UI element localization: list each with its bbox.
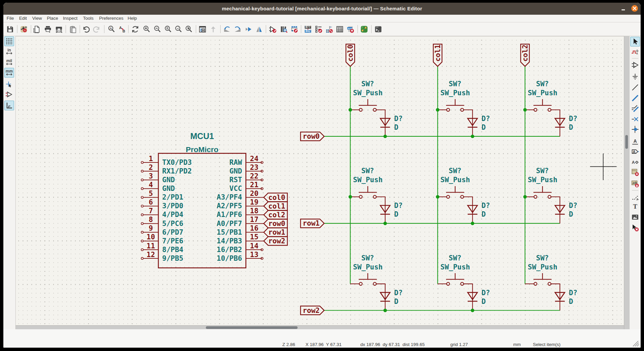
mirror-vertical-button[interactable] — [255, 25, 263, 33]
global-label-row1[interactable]: row1 — [300, 219, 324, 228]
global-label-row0[interactable]: row0 — [264, 219, 288, 228]
menu-place[interactable]: Place — [47, 15, 58, 22]
junction-dot[interactable] — [471, 309, 474, 312]
diode-value[interactable]: D — [569, 210, 573, 218]
find-button[interactable]: A — [107, 25, 115, 33]
svg-text:col1[interactable]: col1 — [268, 202, 285, 210]
matrix-cell-r0c2[interactable]: SW?SW_PushD?D — [523, 80, 577, 136]
switch-reference[interactable]: SW? — [536, 254, 549, 262]
pin-number[interactable]: 14 — [250, 242, 258, 250]
select-tool-button[interactable] — [630, 37, 640, 46]
diode-value[interactable]: D — [481, 298, 486, 306]
pin-number[interactable]: 12 — [146, 251, 155, 259]
diode-symbol[interactable]: D?D — [380, 202, 403, 218]
grid-toggle-button[interactable] — [4, 36, 14, 46]
vertical-scrollbar-thumb[interactable] — [625, 135, 628, 149]
diode-reference[interactable]: D? — [481, 202, 490, 210]
diode-value[interactable]: D — [569, 123, 573, 131]
pin-number[interactable]: 13 — [250, 251, 258, 259]
switch-value[interactable]: SW_Push — [528, 89, 557, 97]
menu-view[interactable]: View — [32, 15, 42, 22]
matrix-cell-r1c0[interactable]: SW?SW_PushD?D — [348, 167, 402, 225]
switch-symbol[interactable]: SW?SW_Push — [525, 80, 557, 111]
rotate-cw-button[interactable] — [234, 25, 242, 33]
horizontal-scrollbar-thumb[interactable] — [206, 326, 298, 329]
global-label-col0[interactable]: col0 — [264, 193, 288, 202]
global-label-col1[interactable]: col1 — [433, 44, 442, 67]
print-button[interactable] — [44, 25, 52, 33]
close-button[interactable] — [631, 5, 638, 12]
menu-preferences[interactable]: Preferences — [99, 15, 124, 22]
diode-value[interactable]: D — [481, 123, 486, 131]
switch-reference[interactable]: SW? — [449, 80, 461, 88]
svg-text:row0[interactable]: row0 — [268, 220, 285, 228]
scripting-console-button[interactable] — [374, 25, 382, 33]
junction-dot[interactable] — [348, 108, 352, 111]
matrix-cell-r1c2[interactable]: SW?SW_PushD?D — [523, 167, 577, 223]
place-power-button[interactable] — [630, 72, 640, 82]
pin-name[interactable]: 10/PB6 — [217, 254, 242, 262]
diode-symbol[interactable]: D?D — [380, 115, 403, 131]
pin-number[interactable]: 9 — [149, 224, 153, 232]
bom-button[interactable]: .bom — [346, 25, 354, 33]
global-label-col0[interactable]: col0 — [346, 44, 354, 67]
diode-reference[interactable]: D? — [394, 289, 402, 297]
pin-name[interactable]: A0/PF7 — [217, 220, 242, 228]
wire-to-bus-entry-button[interactable] — [630, 104, 640, 113]
undo-button[interactable] — [82, 25, 90, 33]
hv-wires-button[interactable] — [4, 101, 14, 110]
global-label-col1[interactable]: col1 — [264, 202, 288, 211]
diode-reference[interactable]: D? — [569, 115, 577, 123]
pin-number[interactable]: 15 — [250, 233, 258, 241]
mcu-symbol[interactable]: MCU1 ProMicro 1TX0/PD32RX1/PD23GND4GND52… — [141, 131, 263, 268]
diode-symbol[interactable]: D?D — [555, 202, 577, 218]
pin-name[interactable]: GND — [162, 176, 175, 184]
units-mils-button[interactable]: mil — [4, 57, 14, 67]
switch-value[interactable]: SW_Push — [440, 263, 470, 271]
save-button[interactable] — [6, 25, 14, 33]
pin-name[interactable]: VCC — [229, 185, 242, 193]
diode-symbol[interactable]: D?D — [555, 115, 577, 131]
junction-button[interactable] — [630, 124, 640, 134]
symbol-browser-button[interactable] — [280, 25, 288, 33]
update-pcb-button[interactable] — [325, 25, 333, 33]
refresh-button[interactable] — [131, 25, 139, 33]
junction-dot[interactable] — [436, 195, 439, 199]
vertical-scrollbar[interactable] — [624, 36, 630, 329]
switch-value[interactable]: SW_Push — [353, 263, 383, 271]
zoom-fit-button[interactable] — [164, 25, 172, 33]
diode-value[interactable]: D — [481, 210, 486, 218]
switch-symbol[interactable]: SW?SW_Push — [437, 80, 470, 111]
leave-sheet-button[interactable] — [209, 25, 217, 33]
pin-name[interactable]: RST — [229, 176, 242, 184]
pin-name[interactable]: A3/PF4 — [217, 193, 242, 201]
junction-dot[interactable] — [348, 195, 352, 199]
symbol-fields-table-button[interactable] — [336, 25, 344, 33]
diode-reference[interactable]: D? — [394, 202, 402, 210]
pin-name[interactable]: 5/PC6 — [162, 220, 183, 228]
pin-name[interactable]: 8/PB4 — [162, 246, 183, 254]
horizontal-scrollbar[interactable] — [16, 325, 624, 329]
junction-dot[interactable] — [523, 195, 527, 199]
diode-reference[interactable]: D? — [481, 289, 490, 297]
junction-dot[interactable] — [471, 222, 474, 225]
diode-reference[interactable]: D? — [569, 289, 577, 297]
svg-text:row1[interactable]: row1 — [268, 228, 285, 236]
schematic-setup-button[interactable] — [20, 25, 28, 33]
switch-value[interactable]: SW_Push — [440, 176, 470, 184]
switch-reference[interactable]: SW? — [536, 80, 549, 88]
pin-name[interactable]: GND — [162, 185, 175, 193]
svg-text:col1[interactable]: col1 — [433, 44, 441, 62]
page-settings-button[interactable] — [33, 25, 41, 33]
pin-number[interactable]: 5 — [149, 190, 153, 198]
diode-value[interactable]: D — [394, 123, 398, 131]
pin-name[interactable]: TX0/PD3 — [162, 158, 192, 166]
diode-reference[interactable]: D? — [394, 115, 402, 123]
global-label-row2[interactable]: row2 — [264, 237, 288, 245]
global-label-row1[interactable]: row1 — [264, 228, 288, 237]
delete-tool-button[interactable] — [630, 223, 640, 233]
switch-value[interactable]: SW_Push — [528, 263, 557, 271]
import-sheet-pin-button[interactable]: A — [630, 179, 640, 189]
pin-number[interactable]: 3 — [149, 172, 153, 180]
pin-name[interactable]: 14/PB3 — [217, 237, 242, 245]
